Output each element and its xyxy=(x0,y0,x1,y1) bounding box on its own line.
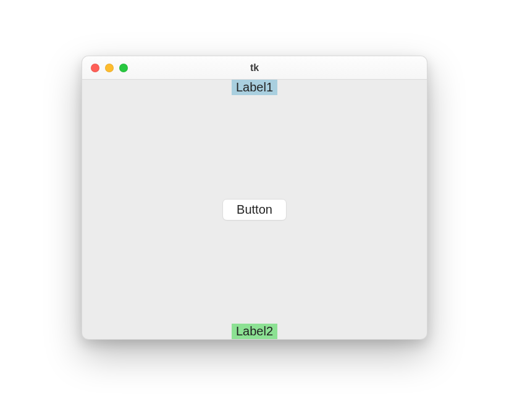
minimize-icon[interactable] xyxy=(105,64,114,72)
maximize-icon[interactable] xyxy=(119,64,128,72)
middle-wrap: Button xyxy=(222,95,287,324)
main-button[interactable]: Button xyxy=(222,199,287,220)
label-2: Label2 xyxy=(232,324,277,339)
window-title: tk xyxy=(82,62,427,74)
traffic-lights xyxy=(82,64,128,72)
window-content: Label1 Button Label2 xyxy=(82,80,427,339)
close-icon[interactable] xyxy=(91,64,99,72)
label-1: Label1 xyxy=(232,80,277,95)
app-window: tk Label1 Button Label2 xyxy=(82,56,427,340)
titlebar: tk xyxy=(82,56,427,80)
